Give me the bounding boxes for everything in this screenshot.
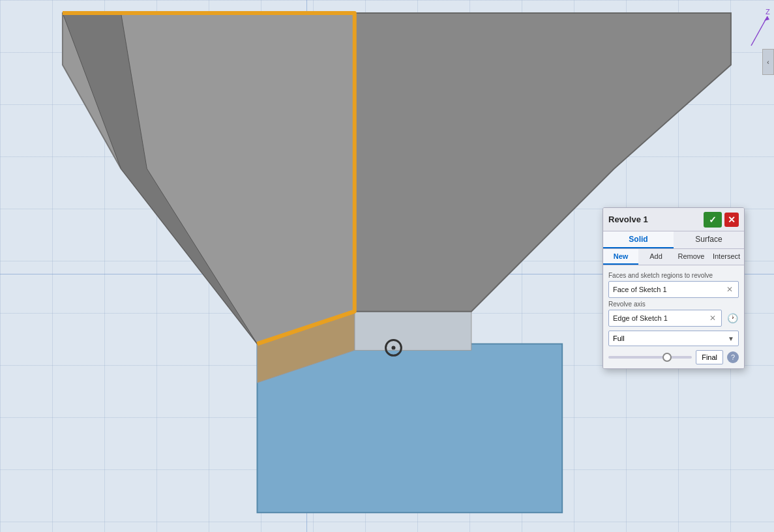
tab-intersect[interactable]: Intersect [709, 249, 744, 265]
axis-value: Edge of Sketch 1 [613, 314, 708, 322]
svg-line-9 [751, 16, 767, 46]
close-button[interactable]: ✕ [724, 213, 739, 227]
faces-clear-button[interactable]: ✕ [725, 285, 734, 294]
svg-text:Z: Z [766, 8, 770, 16]
axis-clear-button[interactable]: ✕ [708, 314, 717, 323]
help-button[interactable]: ? [727, 351, 739, 363]
final-button[interactable]: Final [696, 350, 723, 364]
chevron-down-icon: ▼ [728, 335, 734, 342]
svg-marker-1 [355, 312, 471, 351]
tab-add[interactable]: Add [638, 249, 674, 265]
tab-solid[interactable]: Solid [603, 231, 674, 248]
faces-value: Face of Sketch 1 [613, 286, 725, 293]
axis-input[interactable]: Edge of Sketch 1 ✕ [608, 310, 722, 327]
extent-value: Full [613, 334, 625, 342]
clock-icon[interactable]: 🕐 [726, 312, 739, 325]
tab-surface[interactable]: Surface [674, 231, 744, 248]
revolve-panel: Revolve 1 ✕ Solid Surface New Add Remove… [603, 207, 745, 369]
extent-dropdown[interactable]: Full ▼ [608, 331, 739, 346]
axis-row: Edge of Sketch 1 ✕ 🕐 [608, 310, 739, 327]
svg-marker-0 [257, 344, 562, 512]
slider-row: Final ? [608, 350, 739, 364]
faces-label: Faces and sketch regions to revolve [608, 272, 739, 279]
operation-tab-row: New Add Remove Intersect [603, 249, 744, 265]
3d-viewport[interactable]: Z ‹ Revolve 1 ✕ Solid Surface New Add Re… [0, 0, 774, 532]
type-tab-row: Solid Surface [603, 231, 744, 249]
panel-body: Faces and sketch regions to revolve Face… [603, 265, 744, 368]
axis-label: Revolve axis [608, 301, 739, 308]
svg-point-8 [391, 346, 395, 349]
faces-input[interactable]: Face of Sketch 1 ✕ [608, 281, 739, 298]
collapse-panel-button[interactable]: ‹ [762, 49, 774, 75]
extent-dropdown-row: Full ▼ [608, 331, 739, 346]
slider-thumb[interactable] [662, 353, 672, 362]
panel-header: Revolve 1 ✕ [603, 208, 744, 231]
tab-remove[interactable]: Remove [674, 249, 709, 265]
panel-title: Revolve 1 [608, 214, 704, 224]
tab-new[interactable]: New [603, 249, 638, 265]
angle-slider[interactable] [608, 356, 692, 359]
confirm-button[interactable] [704, 212, 722, 228]
